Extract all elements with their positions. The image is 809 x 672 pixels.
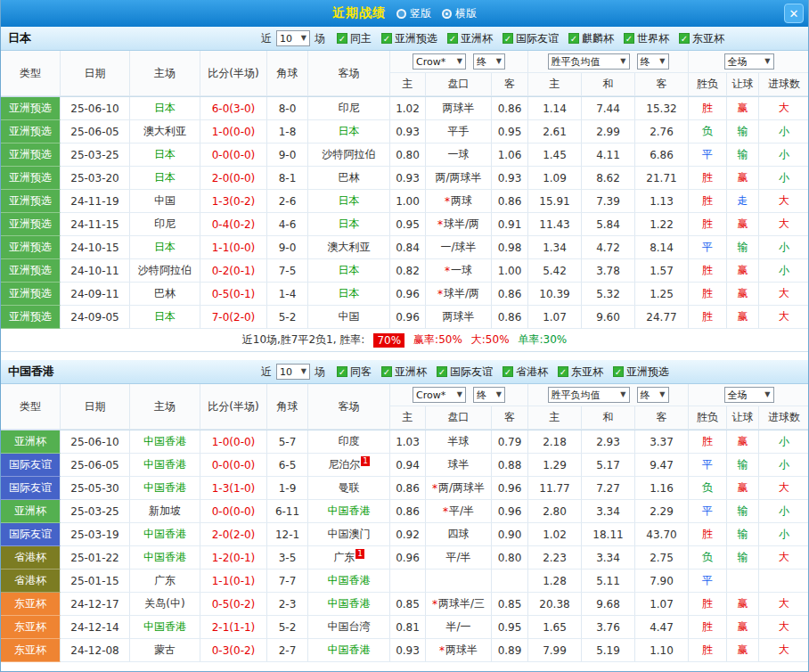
final-select[interactable]: 终▼: [637, 387, 669, 403]
league-filter-checkbox[interactable]: ✓同客: [337, 365, 372, 380]
europe-home-odds: 20.38: [528, 593, 582, 616]
underdog-star-icon: *: [443, 505, 448, 518]
header-controls: 胜平负均值▼终▼: [528, 384, 689, 406]
final-select[interactable]: 终▼: [473, 53, 505, 70]
asia-away-odds: 0.79: [492, 430, 528, 454]
europe-draw-odds: 7.39: [582, 190, 635, 213]
final-select[interactable]: 终▼: [637, 53, 669, 70]
close-button[interactable]: ✕: [784, 4, 804, 23]
europe-draw-odds: 5.32: [582, 283, 635, 306]
full-match-select[interactable]: 全场▼: [724, 53, 774, 70]
league-filter-checkbox[interactable]: ✓亚洲预选: [381, 31, 437, 46]
radio-label: 竖版: [410, 6, 431, 21]
europe-draw-odds: 4.11: [582, 143, 635, 167]
underdog-star-icon: *: [437, 218, 443, 231]
goals-result-value: 大: [759, 306, 809, 329]
team-name: 日本: [339, 217, 360, 232]
league-filter-checkbox[interactable]: ✓亚洲杯: [447, 31, 493, 46]
checkbox-icon: ✓: [503, 33, 513, 44]
checkbox-label: 东亚杯: [571, 365, 603, 380]
team-name: 中国香港: [143, 480, 186, 496]
team-name: 日本: [339, 286, 360, 301]
league-filter-checkbox[interactable]: ✓亚洲杯: [381, 365, 427, 380]
final-select[interactable]: 终▼: [473, 387, 505, 403]
europe-draw-odds: 5.19: [582, 639, 635, 662]
match-type-badge: 亚洲杯: [1, 430, 61, 454]
league-filter-checkbox[interactable]: ✓东亚杯: [558, 365, 603, 380]
away-team: 日本: [308, 190, 390, 213]
match-row: 亚洲预选24-11-15印尼0-4(0-2)4-6日本0.95*球半/两0.91…: [1, 213, 808, 236]
goals-result-value: 大: [759, 477, 809, 500]
chevron-down-icon: ▼: [764, 58, 770, 65]
match-date: 24-09-11: [61, 283, 130, 306]
asia-home-odds: 0.92: [390, 523, 426, 546]
match-date: 25-06-10: [61, 97, 130, 120]
match-row: 亚洲预选25-06-10日本6-0(3-0)8-0印尼1.02两球半0.861.…: [1, 97, 808, 120]
games-count-select[interactable]: 10▼: [276, 364, 310, 380]
league-filter-checkbox[interactable]: ✓省港杯: [503, 365, 548, 380]
goals-result-value: 大: [759, 546, 809, 570]
league-filter-checkbox[interactable]: ✓国际友谊: [503, 31, 559, 46]
away-team: 中国香港: [308, 570, 390, 593]
checkbox-label: 麒麟杯: [582, 31, 614, 46]
crow-select[interactable]: Crow*▼: [413, 53, 466, 70]
team-name: 中国香港: [328, 643, 371, 658]
full-match-select[interactable]: 全场▼: [724, 387, 774, 403]
result-value: 平: [689, 570, 727, 593]
wdl-avg-select[interactable]: 胜平负均值▼: [548, 53, 630, 70]
checkbox-icon: ✓: [568, 33, 579, 44]
chevron-down-icon: ▼: [659, 58, 665, 65]
home-team: 广东: [130, 570, 200, 593]
handicap-value: *两球半/三: [426, 593, 492, 616]
result-value: 平: [689, 143, 727, 167]
asia-away-odds: 0.86: [492, 306, 528, 329]
home-team: 日本: [130, 306, 200, 329]
europe-away-odds: 24.77: [635, 306, 689, 329]
home-team: 中国香港: [130, 477, 200, 500]
match-row: 亚洲预选24-11-19中国1-3(0-2)2-6日本1.00*两球0.8615…: [1, 190, 808, 213]
asia-away-odds: 0.95: [492, 616, 528, 639]
handicap-value: *平/半: [426, 500, 492, 523]
league-filter-checkbox[interactable]: ✓国际友谊: [437, 365, 493, 380]
crow-select[interactable]: Crow*▼: [413, 387, 466, 403]
league-filter-checkbox[interactable]: ✓世界杯: [624, 31, 669, 46]
match-type-badge: 国际友谊: [1, 477, 61, 500]
match-type-badge: 东亚杯: [1, 593, 61, 616]
column-header: 客: [492, 406, 528, 430]
handicap-result-value: 赢: [727, 430, 759, 454]
league-filter-checkbox[interactable]: ✓东亚杯: [679, 31, 724, 46]
europe-home-odds: 11.43: [528, 213, 582, 236]
match-row: 亚洲预选24-09-11巴林0-5(0-1)1-4日本0.96*球半/两0.86…: [1, 283, 808, 306]
away-team: 中国台湾: [308, 616, 390, 639]
league-filter-checkbox[interactable]: ✓麒麟杯: [568, 31, 614, 46]
match-date: 24-11-19: [61, 190, 130, 213]
europe-away-odds: 1.25: [635, 283, 689, 306]
score: 1-0(0-0): [200, 430, 267, 454]
europe-home-odds: 11.77: [528, 477, 582, 500]
handicap-result-value: 赢: [727, 167, 759, 190]
select-value: 终: [477, 389, 486, 402]
away-team: 印度: [308, 430, 390, 454]
away-team: 巴林: [308, 167, 390, 190]
games-count-select[interactable]: 10▼: [276, 30, 310, 46]
team-name: 日本: [154, 101, 176, 116]
match-row: 亚洲预选25-03-20日本2-0(0-0)8-1巴林0.93两/两球半0.93…: [1, 167, 808, 190]
europe-draw-odds: 18.11: [582, 523, 635, 546]
europe-draw-odds: 9.60: [582, 306, 635, 329]
europe-draw-odds: 3.34: [582, 500, 635, 523]
league-filter-checkbox[interactable]: ✓同主: [337, 31, 372, 46]
team-name: 澳大利亚: [143, 124, 186, 139]
europe-draw-odds: 9.68: [582, 593, 635, 616]
result-value: 平: [689, 236, 727, 259]
layout-radio-selected[interactable]: 横版: [442, 6, 477, 21]
chevron-down-icon: ▼: [496, 58, 502, 65]
wdl-avg-select[interactable]: 胜平负均值▼: [548, 387, 630, 403]
goals-result-value: 小: [759, 259, 809, 283]
layout-radio-option[interactable]: 竖版: [396, 6, 431, 21]
asia-home-odds: 0.81: [390, 616, 426, 639]
europe-draw-odds: 4.72: [582, 236, 635, 259]
games-suffix-label: 场: [315, 365, 325, 380]
team-name: 日本: [8, 30, 31, 46]
score: 1-1(0-1): [200, 570, 267, 593]
league-filter-checkbox[interactable]: ✓亚洲预选: [613, 365, 669, 380]
